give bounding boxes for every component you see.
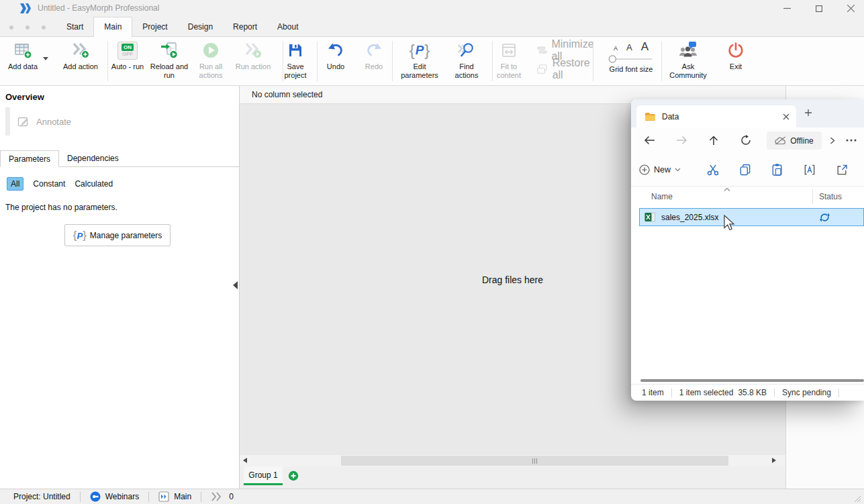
- add-group-button[interactable]: [288, 470, 299, 481]
- add-action-icon: [71, 40, 90, 60]
- explorer-tab-data[interactable]: Data: [636, 105, 796, 128]
- ask-community-button[interactable]: Ask Community: [667, 40, 709, 80]
- auto-run-button[interactable]: ON OFF Auto - run: [110, 40, 145, 71]
- tab-report[interactable]: Report: [223, 17, 267, 37]
- status-separator: [838, 389, 839, 397]
- add-data-dropdown-caret[interactable]: [43, 57, 48, 60]
- share-button[interactable]: [834, 162, 850, 178]
- app-status-bar: Project: Untitled Webinars Main: [0, 489, 864, 504]
- find-actions-button[interactable]: Find actions: [448, 40, 485, 80]
- annotate-button[interactable]: Annotate: [17, 115, 71, 128]
- new-tab-button[interactable]: [804, 109, 812, 117]
- add-data-icon: [14, 40, 32, 60]
- maximize-icon: [816, 5, 822, 12]
- fit-to-content-button[interactable]: Fit to content: [491, 40, 527, 80]
- cut-button[interactable]: [705, 162, 721, 178]
- run-action-button[interactable]: Run action: [234, 40, 272, 71]
- explorer-horizontal-scrollbar[interactable]: [640, 379, 864, 382]
- annotate-icon: [17, 115, 30, 128]
- rename-button[interactable]: [802, 162, 818, 178]
- address-more-icon[interactable]: [846, 139, 857, 142]
- maximize-window-button[interactable]: [804, 0, 834, 17]
- column-divider[interactable]: [812, 189, 813, 204]
- edit-parameters-button[interactable]: { P } Edit parameters: [397, 40, 442, 80]
- undo-icon: [327, 40, 344, 60]
- breadcrumb-chevron-icon[interactable]: [830, 137, 835, 144]
- offline-status-pill[interactable]: Offline: [767, 132, 822, 150]
- tab-parameters[interactable]: Parameters: [0, 150, 59, 167]
- minimize-all-button[interactable]: Minimize all: [537, 43, 597, 58]
- file-name: sales_2025.xlsx: [661, 213, 718, 222]
- scroll-left-arrow[interactable]: [243, 458, 247, 463]
- minimize-icon: [783, 5, 791, 12]
- auto-run-icon: ON OFF: [117, 40, 138, 60]
- close-tab-icon[interactable]: [783, 113, 789, 120]
- annotate-scroll-handle[interactable]: [5, 107, 10, 136]
- status-separator: [671, 389, 672, 397]
- canvas-horizontal-scrollbar[interactable]: [240, 455, 785, 466]
- overview-sidebar: Overview Annotate Parameters Dependencie…: [0, 86, 240, 489]
- filter-all[interactable]: All: [7, 177, 23, 191]
- excel-file-icon: [644, 212, 656, 222]
- tab-design[interactable]: Design: [178, 17, 223, 37]
- sort-ascending-icon[interactable]: [724, 188, 730, 191]
- run-all-actions-button[interactable]: Run all actions: [191, 40, 231, 80]
- group-tab[interactable]: Group 1: [244, 466, 283, 485]
- add-action-button[interactable]: Add action: [59, 40, 102, 71]
- save-project-button[interactable]: Save project: [278, 40, 313, 80]
- webinars-label: Webinars: [105, 492, 139, 501]
- minimize-all-icon: [537, 46, 548, 55]
- current-group-indicator[interactable]: Main: [158, 491, 191, 502]
- font-size-slider[interactable]: [606, 55, 657, 63]
- minimize-window-button[interactable]: [772, 0, 802, 17]
- run-all-actions-icon: [202, 40, 220, 60]
- tab-main[interactable]: Main: [93, 17, 132, 37]
- explorer-tab-strip: Data: [631, 99, 864, 128]
- tab-dependencies[interactable]: Dependencies: [59, 150, 127, 167]
- edit-parameters-icon: { P }: [410, 40, 430, 60]
- close-window-button[interactable]: [836, 0, 864, 17]
- webinars-icon: [90, 491, 101, 502]
- file-row-selected[interactable]: sales_2025.xlsx: [639, 208, 864, 226]
- forward-button[interactable]: [671, 130, 691, 150]
- quick-access-dot[interactable]: [9, 26, 13, 30]
- filter-constant[interactable]: Constant: [33, 179, 65, 189]
- back-button[interactable]: [639, 130, 659, 150]
- manage-parameters-button[interactable]: {P} Manage parameters: [64, 224, 171, 246]
- undo-button[interactable]: Undo: [321, 40, 350, 71]
- exit-button[interactable]: Exit: [720, 40, 752, 71]
- up-icon: [709, 136, 718, 146]
- new-plus-icon: [639, 164, 650, 175]
- webinars-link[interactable]: Webinars: [90, 491, 139, 502]
- refresh-button[interactable]: [736, 130, 756, 150]
- quick-access-dot[interactable]: [42, 26, 46, 30]
- scroll-right-arrow[interactable]: [772, 458, 776, 463]
- grid-font-size-control[interactable]: A A A Grid font size: [602, 40, 661, 74]
- up-button[interactable]: [704, 130, 724, 150]
- column-header-name[interactable]: Name: [651, 192, 673, 201]
- quick-access-dot[interactable]: [26, 26, 30, 30]
- sidebar-collapse-arrow[interactable]: [233, 281, 238, 289]
- tab-about[interactable]: About: [267, 17, 308, 37]
- ribbon-tab-row: Start Main Project Design Report About: [0, 17, 864, 37]
- items-count: 1 item: [642, 388, 664, 397]
- app-logo-icon: [20, 3, 32, 13]
- filter-calculated[interactable]: Calculated: [75, 179, 113, 189]
- column-header-status[interactable]: Status: [819, 192, 842, 201]
- tab-project[interactable]: Project: [132, 17, 177, 37]
- grid-font-size-label: Grid font size: [610, 65, 653, 74]
- redo-button[interactable]: Redo: [359, 40, 389, 71]
- restore-all-button[interactable]: Restore all: [537, 62, 597, 77]
- tab-start[interactable]: Start: [56, 17, 93, 37]
- scrollbar-thumb[interactable]: [341, 456, 728, 466]
- run-counter-value: 0: [229, 492, 234, 501]
- selected-count: 1 item selected: [679, 388, 734, 397]
- new-item-button[interactable]: New: [639, 160, 681, 179]
- copy-button[interactable]: [737, 162, 753, 178]
- undo-label: Undo: [327, 62, 344, 71]
- reload-and-run-button[interactable]: Reload and run: [149, 40, 189, 80]
- add-data-button[interactable]: Add data: [4, 40, 42, 71]
- window-resize-grip[interactable]: [854, 495, 861, 502]
- status-separator: [80, 492, 81, 502]
- paste-button[interactable]: [769, 162, 785, 178]
